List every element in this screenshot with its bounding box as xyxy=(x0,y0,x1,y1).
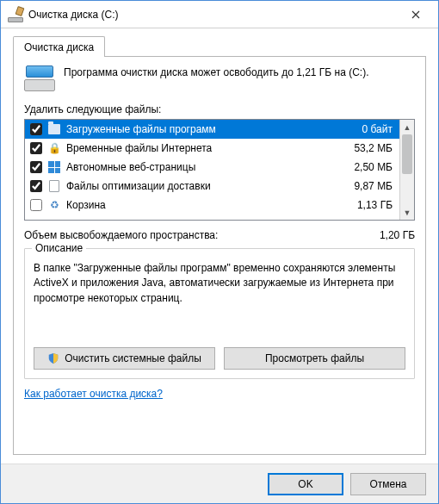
list-item-checkbox[interactable] xyxy=(30,123,42,135)
summary-label: Объем высвобождаемого пространства: xyxy=(24,229,218,241)
shield-icon xyxy=(47,352,59,364)
list-item-label: Загруженные файлы программ xyxy=(66,123,336,135)
page-icon xyxy=(49,180,59,192)
list-item-checkbox[interactable] xyxy=(30,161,42,173)
delete-prompt: Удалить следующие файлы: xyxy=(24,103,415,115)
scroll-up-button[interactable]: ▲ xyxy=(400,120,414,134)
summary-value: 1,20 ГБ xyxy=(380,229,415,241)
title-bar: Очистка диска (C:) xyxy=(1,1,438,28)
close-button[interactable] xyxy=(399,3,433,27)
tab-strip: Очистка диска xyxy=(13,35,426,56)
list-item[interactable]: Автономные веб-страницы2,50 МБ xyxy=(25,158,399,177)
list-item-label: Файлы оптимизации доставки xyxy=(66,180,336,192)
cancel-label: Отмена xyxy=(369,478,406,490)
scroll-down-button[interactable]: ▼ xyxy=(400,205,414,220)
description-group: Описание В папке "Загруженные файлы прог… xyxy=(24,248,415,379)
description-legend: Описание xyxy=(32,242,86,254)
description-text: В папке "Загруженные файлы программ" вре… xyxy=(34,261,405,337)
dialog-footer: OK Отмена xyxy=(1,464,438,503)
intro-text: Программа очистки диска может освободить… xyxy=(64,65,369,91)
list-item-size: 2,50 МБ xyxy=(341,161,393,173)
disk-cleanup-icon xyxy=(8,7,23,22)
clean-system-files-button[interactable]: Очистить системные файлы xyxy=(34,347,215,370)
window-title: Очистка диска (C:) xyxy=(28,9,399,21)
scroll-thumb[interactable] xyxy=(402,134,412,174)
list-item-label: Временные файлы Интернета xyxy=(66,142,336,154)
file-list-rows[interactable]: Загруженные файлы программ0 байт🔒Временн… xyxy=(25,120,399,220)
windows-icon xyxy=(48,161,60,173)
list-item-checkbox[interactable] xyxy=(30,180,42,192)
scroll-track[interactable] xyxy=(400,134,414,205)
list-item-label: Автономные веб-страницы xyxy=(66,161,336,173)
tab-pane: Программа очистки диска может освободить… xyxy=(13,56,426,455)
scrollbar-vertical[interactable]: ▲ ▼ xyxy=(399,120,414,220)
summary-row: Объем высвобождаемого пространства: 1,20… xyxy=(24,229,415,241)
list-item-size: 9,87 МБ xyxy=(341,180,393,192)
folder-icon xyxy=(48,124,60,134)
list-item-checkbox[interactable] xyxy=(30,142,42,154)
list-item-checkbox[interactable] xyxy=(30,199,42,211)
clean-system-files-label: Очистить системные файлы xyxy=(65,352,201,364)
view-files-button[interactable]: Просмотреть файлы xyxy=(224,347,405,370)
list-item[interactable]: ♻Корзина1,13 ГБ xyxy=(25,196,399,215)
list-item[interactable]: Файлы оптимизации доставки9,87 МБ xyxy=(25,177,399,196)
list-item-size: 0 байт xyxy=(341,123,393,135)
intro-row: Программа очистки диска может освободить… xyxy=(24,65,415,91)
drive-icon xyxy=(24,65,55,91)
ok-label: OK xyxy=(298,478,312,490)
list-item[interactable]: 🔒Временные файлы Интернета53,2 МБ xyxy=(25,139,399,158)
list-item[interactable]: Загруженные файлы программ0 байт xyxy=(25,120,399,139)
view-files-label: Просмотреть файлы xyxy=(265,352,364,364)
list-item-label: Корзина xyxy=(66,199,336,211)
dialog-window: Очистка диска (C:) Очистка диска Програм… xyxy=(0,0,439,504)
help-link[interactable]: Как работает очистка диска? xyxy=(24,388,415,400)
ok-button[interactable]: OK xyxy=(268,473,343,495)
cancel-button[interactable]: Отмена xyxy=(350,473,426,495)
tab-cleanup[interactable]: Очистка диска xyxy=(13,36,105,57)
group-button-row: Очистить системные файлы Просмотреть фай… xyxy=(34,347,405,370)
list-item-size: 53,2 МБ xyxy=(341,142,393,154)
dialog-body: Очистка диска Программа очистки диска мо… xyxy=(1,28,438,464)
file-list: Загруженные файлы программ0 байт🔒Временн… xyxy=(24,119,415,221)
recycle-bin-icon: ♻ xyxy=(50,199,59,211)
list-item-size: 1,13 ГБ xyxy=(341,199,393,211)
lock-icon: 🔒 xyxy=(48,142,61,154)
